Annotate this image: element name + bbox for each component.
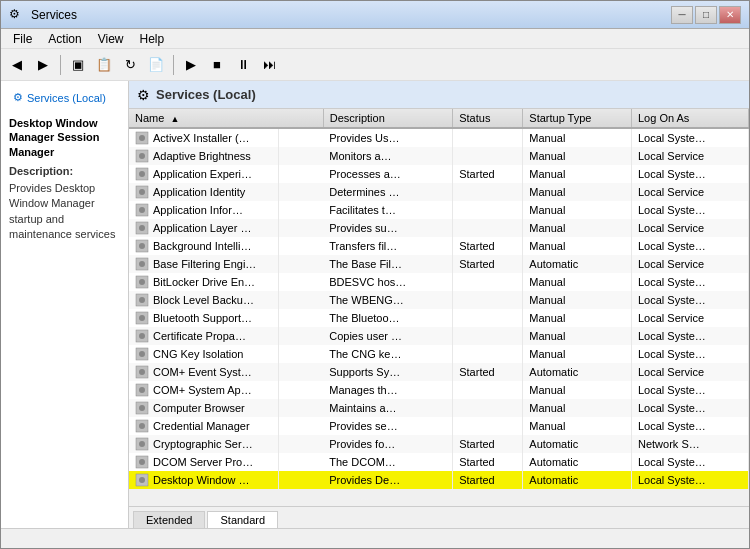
- cell-name: DCOM Server Pro…: [129, 453, 279, 471]
- table-row[interactable]: Cryptographic Ser…Provides fo…StartedAut…: [129, 435, 749, 453]
- table-row[interactable]: Base Filtering Engi…The Base Fil…Started…: [129, 255, 749, 273]
- table-row[interactable]: Application Layer …Provides su…ManualLoc…: [129, 219, 749, 237]
- cell-startup: Manual: [523, 183, 632, 201]
- services-local-nav[interactable]: ⚙ Services (Local): [9, 89, 120, 106]
- col-status[interactable]: Status: [453, 109, 523, 128]
- svg-point-27: [139, 369, 145, 375]
- table-row[interactable]: Bluetooth Support…The Bluetoo…ManualLoca…: [129, 309, 749, 327]
- table-row[interactable]: Adaptive BrightnessMonitors a…ManualLoca…: [129, 147, 749, 165]
- forward-button[interactable]: ▶: [31, 53, 55, 77]
- table-row[interactable]: ActiveX Installer (…Provides Us…ManualLo…: [129, 128, 749, 147]
- cell-status: [453, 345, 523, 363]
- table-row[interactable]: Background Intelli…Transfers fil…Started…: [129, 237, 749, 255]
- export-button[interactable]: 📄: [144, 53, 168, 77]
- cell-startup: Manual: [523, 417, 632, 435]
- menu-item-view[interactable]: View: [90, 30, 132, 48]
- cell-name: Application Identity: [129, 183, 279, 201]
- restart-button[interactable]: ⏭: [257, 53, 281, 77]
- cell-description: Maintains a…: [323, 399, 452, 417]
- cell-startup: Automatic: [523, 453, 632, 471]
- cell-startup: Automatic: [523, 363, 632, 381]
- cell-status: [453, 147, 523, 165]
- cell-startup: Manual: [523, 345, 632, 363]
- table-row[interactable]: CNG Key IsolationThe CNG ke…ManualLocal …: [129, 345, 749, 363]
- service-name: Bluetooth Support…: [153, 312, 252, 324]
- cell-description: Provides su…: [323, 219, 452, 237]
- service-icon: [135, 203, 149, 217]
- cell-status: Started: [453, 363, 523, 381]
- table-row[interactable]: Computer BrowserMaintains a…ManualLocal …: [129, 399, 749, 417]
- table-row[interactable]: Application Experi…Processes a…StartedMa…: [129, 165, 749, 183]
- service-name: Cryptographic Ser…: [153, 438, 253, 450]
- status-bar: [1, 528, 749, 548]
- table-row[interactable]: Credential ManagerProvides se…ManualLoca…: [129, 417, 749, 435]
- svg-point-17: [139, 279, 145, 285]
- show-console-button[interactable]: ▣: [66, 53, 90, 77]
- table-row[interactable]: COM+ System Ap…Manages th…ManualLocal Sy…: [129, 381, 749, 399]
- table-row[interactable]: Desktop Window …Provides De…StartedAutom…: [129, 471, 749, 489]
- back-button[interactable]: ◀: [5, 53, 29, 77]
- service-name: COM+ Event Syst…: [153, 366, 252, 378]
- menu-item-file[interactable]: File: [5, 30, 40, 48]
- services-local-icon: ⚙: [13, 91, 23, 104]
- service-icon: [135, 185, 149, 199]
- service-name: DCOM Server Pro…: [153, 456, 253, 468]
- refresh-button[interactable]: ↻: [118, 53, 142, 77]
- cell-startup: Manual: [523, 399, 632, 417]
- properties-button[interactable]: 📋: [92, 53, 116, 77]
- services-table-container[interactable]: Name ▲ Description Status Startup Type L…: [129, 109, 749, 506]
- col-name[interactable]: Name ▲: [129, 109, 323, 128]
- cell-description: Monitors a…: [323, 147, 452, 165]
- col-startup[interactable]: Startup Type: [523, 109, 632, 128]
- service-name: Background Intelli…: [153, 240, 251, 252]
- run-button[interactable]: ▶: [179, 53, 203, 77]
- cell-description: The Base Fil…: [323, 255, 452, 273]
- col-description[interactable]: Description: [323, 109, 452, 128]
- table-row[interactable]: BitLocker Drive En…BDESVC hos…ManualLoca…: [129, 273, 749, 291]
- table-row[interactable]: COM+ Event Syst…Supports Sy…StartedAutom…: [129, 363, 749, 381]
- table-row[interactable]: DCOM Server Pro…The DCOM…StartedAutomati…: [129, 453, 749, 471]
- svg-point-15: [139, 261, 145, 267]
- svg-point-11: [139, 225, 145, 231]
- toolbar-separator-1: [60, 55, 61, 75]
- cell-logon: Local Syste…: [632, 128, 749, 147]
- table-row[interactable]: Certificate Propa…Copies user …ManualLoc…: [129, 327, 749, 345]
- svg-point-7: [139, 189, 145, 195]
- tab-extended[interactable]: Extended: [133, 511, 205, 528]
- cell-name: COM+ Event Syst…: [129, 363, 279, 381]
- svg-point-39: [139, 477, 145, 483]
- cell-name: Adaptive Brightness: [129, 147, 279, 165]
- menu-item-help[interactable]: Help: [132, 30, 173, 48]
- cell-startup: Manual: [523, 147, 632, 165]
- minimize-button[interactable]: ─: [671, 6, 693, 24]
- cell-name: Credential Manager: [129, 417, 279, 435]
- table-row[interactable]: Application IdentityDetermines …ManualLo…: [129, 183, 749, 201]
- services-table: Name ▲ Description Status Startup Type L…: [129, 109, 749, 489]
- stop-button[interactable]: ■: [205, 53, 229, 77]
- cell-startup: Manual: [523, 273, 632, 291]
- pause-button[interactable]: ⏸: [231, 53, 255, 77]
- cell-status: [453, 399, 523, 417]
- table-row[interactable]: Block Level Backu…The WBENG…ManualLocal …: [129, 291, 749, 309]
- maximize-button[interactable]: □: [695, 6, 717, 24]
- cell-logon: Local Syste…: [632, 165, 749, 183]
- app-icon: ⚙: [9, 7, 25, 23]
- cell-startup: Manual: [523, 291, 632, 309]
- cell-status: [453, 201, 523, 219]
- cell-logon: Local Service: [632, 219, 749, 237]
- cell-description: Copies user …: [323, 327, 452, 345]
- cell-logon: Local Syste…: [632, 327, 749, 345]
- service-name: COM+ System Ap…: [153, 384, 252, 396]
- tab-standard[interactable]: Standard: [207, 511, 278, 528]
- service-icon: [135, 131, 149, 145]
- cell-startup: Manual: [523, 128, 632, 147]
- sidebar-nav: ⚙ Services (Local): [9, 89, 120, 106]
- menu-bar: FileActionViewHelp: [1, 29, 749, 49]
- svg-point-23: [139, 333, 145, 339]
- service-name: BitLocker Drive En…: [153, 276, 255, 288]
- close-button[interactable]: ✕: [719, 6, 741, 24]
- menu-item-action[interactable]: Action: [40, 30, 89, 48]
- col-logon[interactable]: Log On As: [632, 109, 749, 128]
- cell-logon: Local Syste…: [632, 399, 749, 417]
- table-row[interactable]: Application Infor…Facilitates t…ManualLo…: [129, 201, 749, 219]
